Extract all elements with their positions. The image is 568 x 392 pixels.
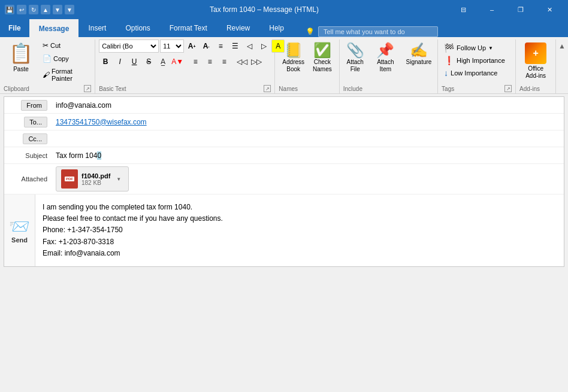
pdf-icon: PDF xyxy=(61,169,78,189)
names-group-label: Names xyxy=(279,84,335,93)
tab-insert[interactable]: Insert xyxy=(78,19,116,37)
format-painter-label: Format Painter xyxy=(52,68,88,82)
outdent-button[interactable]: ◁◁ xyxy=(235,55,249,68)
redo-icon[interactable]: ↻ xyxy=(29,5,38,14)
high-importance-button[interactable]: ❗ High Importance xyxy=(442,54,507,66)
attachment-name: f1040.pdf xyxy=(81,172,110,180)
align-right-button[interactable]: ≡ xyxy=(217,55,231,68)
up-icon[interactable]: ▲ xyxy=(41,5,50,14)
address-book-label: AddressBook xyxy=(282,59,304,73)
close-button[interactable]: ✕ xyxy=(536,0,563,19)
email-body[interactable]: I am sending you the completed tax form … xyxy=(35,195,564,266)
cut-button[interactable]: ✂ Cut xyxy=(40,39,91,51)
underline-button[interactable]: U xyxy=(128,55,141,68)
save-icon[interactable]: 💾 xyxy=(5,5,14,14)
to-input[interactable] xyxy=(52,116,564,129)
tellme-icon: 💡 xyxy=(306,28,315,36)
to-row: To... xyxy=(4,114,564,130)
undo-icon[interactable]: ↩ xyxy=(17,5,26,14)
follow-up-icon: 🏁 xyxy=(444,43,454,53)
body-line-4: Fax: +1-203-870-3318 xyxy=(43,236,557,248)
clipboard-expand-icon[interactable]: ↗ xyxy=(84,85,91,92)
include-content: 📎 AttachFile 📌 Attach Item ✍ Signature xyxy=(343,39,434,84)
send-panel: 📨 Send xyxy=(4,195,35,266)
tell-me-bar: 💡 xyxy=(306,26,438,37)
cc-button[interactable]: Cc... xyxy=(23,133,47,144)
tellme-input[interactable] xyxy=(318,26,438,37)
follow-up-button[interactable]: 🏁 Follow Up ▼ xyxy=(442,42,496,54)
restore-button[interactable]: ❐ xyxy=(507,0,534,19)
font-color-button[interactable]: A▼ xyxy=(171,55,184,68)
follow-up-dropdown-icon[interactable]: ▼ xyxy=(488,45,493,51)
customize-icon[interactable]: ▼ xyxy=(65,5,74,14)
low-importance-label: Low Importance xyxy=(451,69,497,77)
tab-file[interactable]: File xyxy=(0,19,29,37)
address-book-button[interactable]: 📒 AddressBook xyxy=(279,39,308,75)
addins-content: + OfficeAdd-ins xyxy=(519,39,552,84)
from-button[interactable]: From xyxy=(21,100,47,111)
paste-label: Paste xyxy=(13,66,29,72)
font-shrink-button[interactable]: A- xyxy=(200,39,213,53)
names-content: 📒 AddressBook ✅ CheckNames xyxy=(279,39,335,84)
low-importance-button[interactable]: ↓ Low Importance xyxy=(442,67,500,79)
tab-help[interactable]: Help xyxy=(259,19,294,37)
italic-button[interactable]: I xyxy=(113,55,126,68)
copy-icon: 📄 xyxy=(43,54,52,63)
quick-access-toolbar: 💾 ↩ ↻ ▲ ▼ ▼ xyxy=(5,5,74,14)
cc-button-wrapper: Cc... xyxy=(4,131,52,147)
signature-icon: ✍ xyxy=(410,42,428,59)
attachment-dropdown-icon[interactable]: ▼ xyxy=(114,174,123,184)
minimize-button[interactable]: – xyxy=(478,0,506,19)
body-line-2: Please feel free to contact me if you ha… xyxy=(43,213,557,224)
signature-label: Signature xyxy=(406,59,432,65)
font-select[interactable]: Calibri (Bo xyxy=(99,39,159,53)
send-button[interactable]: 📨 Send xyxy=(4,211,35,249)
paste-button[interactable]: 📋 Paste xyxy=(4,39,38,75)
indent-button[interactable]: ▷▷ xyxy=(250,55,263,68)
attached-label: Attached xyxy=(4,173,52,185)
format-painter-button[interactable]: 🖌 Format Painter xyxy=(40,66,91,84)
decrease-indent-button[interactable]: ◁ xyxy=(243,39,256,53)
attachment-chip[interactable]: PDF f1040.pdf 182 KB ▼ xyxy=(56,166,129,192)
tags-group: 🏁 Follow Up ▼ ❗ High Importance ↓ Low Im… xyxy=(438,39,516,93)
tags-expand-icon[interactable]: ↗ xyxy=(504,85,512,92)
basic-text-expand-icon[interactable]: ↗ xyxy=(264,85,271,92)
tab-review[interactable]: Review xyxy=(217,19,259,37)
strikethrough-button[interactable]: S xyxy=(142,55,155,68)
tab-message[interactable]: Message xyxy=(29,19,79,37)
copy-button[interactable]: 📄 Copy xyxy=(40,53,91,65)
office-addins-button[interactable]: + OfficeAdd-ins xyxy=(519,39,552,83)
basic-text-content: Calibri (Bo 11 A+ A- ≡ ☰ ◁ ▷ A B I U S A… xyxy=(99,39,285,84)
bullet-list-button[interactable]: ≡ xyxy=(214,39,227,53)
to-button[interactable]: To... xyxy=(24,117,47,127)
down-icon[interactable]: ▼ xyxy=(53,5,62,14)
clipboard-content: 📋 Paste ✂ Cut 📄 Copy 🖌 Format Painter xyxy=(4,39,91,84)
cc-input[interactable] xyxy=(52,132,564,145)
cut-label: Cut xyxy=(50,42,61,49)
bold-button[interactable]: B xyxy=(99,55,112,68)
increase-indent-button[interactable]: ▷ xyxy=(257,39,270,53)
tab-options[interactable]: Options xyxy=(116,19,159,37)
align-center-button[interactable]: ≡ xyxy=(203,55,216,68)
align-left-button[interactable]: ≡ xyxy=(189,55,202,68)
ribbon-collapse-icon[interactable]: ▲ xyxy=(558,42,566,50)
signature-button[interactable]: ✍ Signature xyxy=(404,39,434,68)
body-line-5: Email: info@vanaia.com xyxy=(43,248,557,259)
tags-content: 🏁 Follow Up ▼ ❗ High Importance ↓ Low Im… xyxy=(442,39,507,84)
tab-format-text[interactable]: Format Text xyxy=(160,19,217,37)
size-select[interactable]: 11 xyxy=(160,39,184,53)
format-painter-icon: 🖌 xyxy=(43,71,50,79)
send-label: Send xyxy=(11,236,28,244)
settings-button[interactable]: ⊟ xyxy=(449,0,477,19)
check-names-label: CheckNames xyxy=(313,59,332,73)
attachment-info: f1040.pdf 182 KB xyxy=(81,172,110,186)
attach-item-button[interactable]: 📌 Attach Item xyxy=(368,39,403,75)
attached-row: Attached PDF f1040.pdf 182 KB ▼ xyxy=(4,164,564,195)
numbered-list-button[interactable]: ☰ xyxy=(228,39,241,53)
attach-file-button[interactable]: 📎 AttachFile xyxy=(343,39,367,75)
check-names-button[interactable]: ✅ CheckNames xyxy=(309,39,336,75)
font-grow-button[interactable]: A+ xyxy=(185,39,198,53)
from-row: From info@vanaia.com xyxy=(4,97,564,114)
text-color-button[interactable]: A̲ xyxy=(156,55,170,68)
paste-icon: 📋 xyxy=(9,42,33,65)
